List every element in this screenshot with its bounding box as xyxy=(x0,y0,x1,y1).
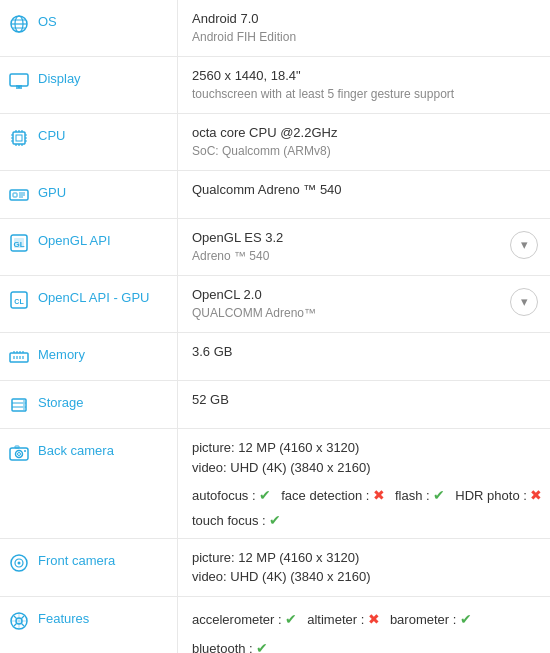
row-back-camera: Back camera picture: 12 MP (4160 x 3120)… xyxy=(0,429,550,540)
row-features: Features accelerometer : ✔altimeter : ✖b… xyxy=(0,597,550,653)
display-value-cell: 2560 x 1440, 18.4" touchscreen with at l… xyxy=(178,57,550,113)
svg-point-46 xyxy=(23,404,25,406)
opencl-dropdown-btn[interactable]: ▾ xyxy=(510,288,538,316)
opencl-label: OpenCL API - GPU xyxy=(38,288,150,305)
back-camera-icon xyxy=(8,442,30,464)
opencl-value-cell: OpenCL 2.0 QUALCOMM Adreno™ ▾ xyxy=(178,276,550,332)
front-camera-value-cell: picture: 12 MP (4160 x 3120) video: UHD … xyxy=(178,539,550,595)
gpu-value-cell: Qualcomm Adreno ™ 540 xyxy=(178,171,550,218)
svg-point-50 xyxy=(18,452,21,455)
os-value-inner: Android 7.0 Android FIH Edition xyxy=(192,10,538,46)
os-sub: Android FIH Edition xyxy=(192,29,538,46)
feature-bluetooth: bluetooth : ✔ xyxy=(192,636,268,653)
storage-icon xyxy=(8,394,30,416)
front-camera-label-cell: Front camera xyxy=(0,539,178,595)
features-icon xyxy=(8,610,30,632)
svg-rect-9 xyxy=(13,132,25,144)
front-camera-icon xyxy=(8,552,30,574)
memory-value-inner: 3.6 GB xyxy=(192,343,538,361)
check-icon: ✔ xyxy=(285,611,297,627)
back-camera-label-cell: Back camera xyxy=(0,429,178,539)
cross-icon: ✖ xyxy=(373,487,385,503)
feature-group-0: accelerometer : ✔altimeter : ✖barometer … xyxy=(192,607,538,653)
check-icon: ✔ xyxy=(433,487,445,503)
opengl-main: OpenGL ES 3.2 xyxy=(192,229,502,247)
back-camera-touch-focus: touch focus : ✔ xyxy=(192,512,550,528)
memory-value-cell: 3.6 GB xyxy=(178,333,550,380)
opengl-label: OpenGL API xyxy=(38,231,111,248)
row-gpu: GPU Qualcomm Adreno ™ 540 xyxy=(0,171,550,219)
cpu-main: octa core CPU @2.2GHz xyxy=(192,124,538,142)
row-opencl: CL OpenCL API - GPU OpenCL 2.0 QUALCOMM … xyxy=(0,276,550,333)
display-label: Display xyxy=(38,69,81,86)
front-camera-picture: picture: 12 MP (4160 x 3120) xyxy=(192,549,538,567)
opencl-icon: CL xyxy=(8,289,30,311)
svg-rect-10 xyxy=(16,135,22,141)
row-storage: Storage 52 GB xyxy=(0,381,550,429)
opengl-icon: GL xyxy=(8,232,30,254)
front-camera-video: video: UHD (4K) (3840 x 2160) xyxy=(192,568,538,586)
opengl-dropdown-btn[interactable]: ▾ xyxy=(510,231,538,259)
opengl-value-inner: OpenGL ES 3.2 Adreno ™ 540 xyxy=(192,229,502,265)
svg-rect-33 xyxy=(10,353,28,362)
svg-rect-5 xyxy=(10,74,28,86)
svg-point-49 xyxy=(16,450,23,457)
cpu-sub: SoC: Qualcomm (ARMv8) xyxy=(192,143,538,160)
row-os: OS Android 7.0 Android FIH Edition xyxy=(0,0,550,57)
cpu-icon xyxy=(8,127,30,149)
opencl-label-cell: CL OpenCL API - GPU xyxy=(0,276,178,332)
storage-label: Storage xyxy=(38,393,84,410)
gpu-icon xyxy=(8,184,30,206)
gpu-label-cell: GPU xyxy=(0,171,178,218)
os-label-cell: OS xyxy=(0,0,178,56)
memory-icon xyxy=(8,346,30,368)
check-icon: ✔ xyxy=(460,611,472,627)
cross-icon: ✖ xyxy=(530,487,542,503)
svg-text:GL: GL xyxy=(13,240,24,249)
back-camera-value-cell: picture: 12 MP (4160 x 3120) video: UHD … xyxy=(178,429,550,539)
check-icon: ✔ xyxy=(259,487,271,503)
memory-label-cell: Memory xyxy=(0,333,178,380)
features-value-inner: accelerometer : ✔altimeter : ✖barometer … xyxy=(192,607,538,653)
opencl-value-inner: OpenCL 2.0 QUALCOMM Adreno™ xyxy=(192,286,502,322)
front-camera-label: Front camera xyxy=(38,551,115,568)
camera-feature-face-detection: face detection : ✖ xyxy=(281,488,385,503)
storage-value-inner: 52 GB xyxy=(192,391,538,409)
os-value-cell: Android 7.0 Android FIH Edition xyxy=(178,0,550,56)
display-main: 2560 x 1440, 18.4" xyxy=(192,67,538,85)
check-icon: ✔ xyxy=(256,640,268,653)
features-label-cell: Features xyxy=(0,597,178,653)
feature-barometer: barometer : ✔ xyxy=(390,607,472,632)
svg-point-47 xyxy=(23,408,25,410)
camera-feature-flash: flash : ✔ xyxy=(395,488,445,503)
camera-feature-HDR-photo: HDR photo : ✖ xyxy=(455,488,542,503)
svg-text:CL: CL xyxy=(14,298,24,305)
os-icon xyxy=(8,13,30,35)
gpu-value-inner: Qualcomm Adreno ™ 540 xyxy=(192,181,538,199)
opengl-value-cell: OpenGL ES 3.2 Adreno ™ 540 ▾ xyxy=(178,219,550,275)
svg-rect-24 xyxy=(13,193,17,197)
feature-altimeter: altimeter : ✖ xyxy=(307,607,380,632)
back-camera-details: picture: 12 MP (4160 x 3120) video: UHD … xyxy=(192,439,550,477)
front-camera-value-inner: picture: 12 MP (4160 x 3120) video: UHD … xyxy=(192,549,538,585)
opengl-label-cell: GL OpenGL API xyxy=(0,219,178,275)
touch-focus-label: touch focus : ✔ xyxy=(192,513,281,528)
features-label: Features xyxy=(38,609,89,626)
row-memory: Memory 3.6 GB xyxy=(0,333,550,381)
cpu-value-cell: octa core CPU @2.2GHz SoC: Qualcomm (ARM… xyxy=(178,114,550,170)
back-camera-features: autofocus : ✔face detection : ✖flash : ✔… xyxy=(192,483,550,508)
row-cpu: CPU octa core CPU @2.2GHz SoC: Qualcomm … xyxy=(0,114,550,171)
touch-focus-check-icon: ✔ xyxy=(269,512,281,528)
back-camera-value-inner: picture: 12 MP (4160 x 3120) video: UHD … xyxy=(192,439,550,529)
opencl-sub: QUALCOMM Adreno™ xyxy=(192,305,502,322)
row-opengl: GL OpenGL API OpenGL ES 3.2 Adreno ™ 540… xyxy=(0,219,550,276)
display-label-cell: Display xyxy=(0,57,178,113)
storage-main: 52 GB xyxy=(192,391,538,409)
svg-point-52 xyxy=(24,450,26,452)
gpu-main: Qualcomm Adreno ™ 540 xyxy=(192,181,538,199)
gpu-label: GPU xyxy=(38,183,66,200)
row-display: Display 2560 x 1440, 18.4" touchscreen w… xyxy=(0,57,550,114)
cpu-label-cell: CPU xyxy=(0,114,178,170)
memory-main: 3.6 GB xyxy=(192,343,538,361)
back-camera-label: Back camera xyxy=(38,441,114,458)
